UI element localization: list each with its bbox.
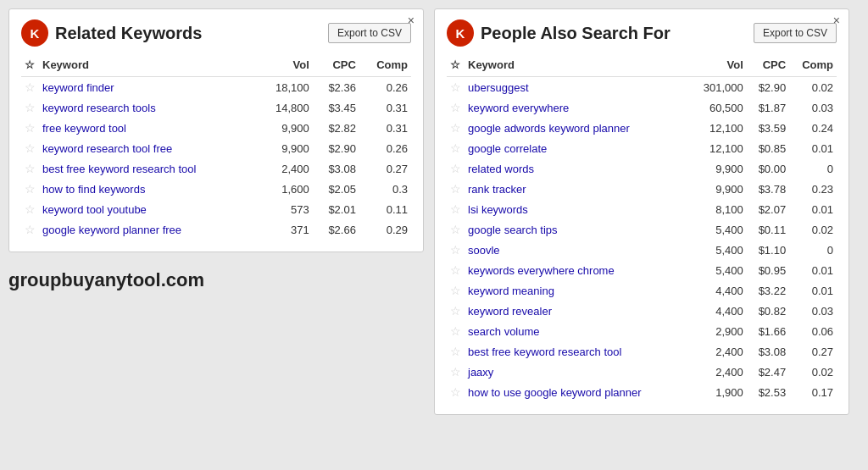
star-cell[interactable]: ☆	[447, 382, 465, 402]
vol-cell: 301,000	[688, 77, 746, 98]
comp-cell: 0.01	[789, 260, 837, 280]
cpc-cell: $0.82	[747, 301, 789, 321]
col-star-left: ☆	[21, 55, 39, 77]
comp-cell: 0.01	[789, 199, 837, 219]
star-cell[interactable]: ☆	[447, 77, 465, 98]
comp-cell: 0.26	[359, 77, 411, 98]
keyword-cell[interactable]: free keyword tool	[39, 118, 258, 138]
star-cell[interactable]: ☆	[21, 138, 39, 158]
star-cell[interactable]: ☆	[21, 77, 39, 98]
cpc-cell: $2.07	[747, 199, 789, 219]
keyword-cell[interactable]: google search tips	[465, 219, 688, 240]
star-cell[interactable]: ☆	[447, 219, 465, 240]
keyword-cell[interactable]: keywords everywhere chrome	[465, 260, 688, 280]
keyword-cell[interactable]: best free keyword research tool	[465, 341, 688, 362]
comp-cell: 0.3	[359, 179, 411, 199]
vol-cell: 2,400	[688, 362, 746, 382]
keyword-cell[interactable]: soovle	[465, 240, 688, 260]
vol-cell: 371	[258, 219, 313, 240]
star-cell[interactable]: ☆	[447, 97, 465, 118]
cpc-cell: $1.66	[747, 321, 789, 341]
comp-cell: 0	[789, 240, 837, 260]
star-cell[interactable]: ☆	[447, 199, 465, 219]
col-star-right: ☆	[447, 55, 465, 77]
vol-cell: 60,500	[688, 97, 746, 118]
star-cell[interactable]: ☆	[447, 280, 465, 301]
title-group-left: K Related Keywords	[21, 19, 202, 47]
col-vol-left: Vol	[258, 55, 313, 77]
keyword-cell[interactable]: how to find keywords	[39, 179, 258, 199]
star-cell[interactable]: ☆	[447, 321, 465, 341]
keyword-cell[interactable]: search volume	[465, 321, 688, 341]
comp-cell: 0.31	[359, 118, 411, 138]
table-row: ☆ keywords everywhere chrome 5,400 $0.95…	[447, 260, 837, 280]
k-logo-right: K	[447, 19, 474, 47]
cpc-cell: $2.66	[313, 219, 359, 240]
cpc-cell: $2.05	[313, 179, 359, 199]
keyword-cell[interactable]: keyword everywhere	[465, 97, 688, 118]
star-cell[interactable]: ☆	[447, 341, 465, 362]
star-cell[interactable]: ☆	[21, 158, 39, 179]
star-cell[interactable]: ☆	[21, 97, 39, 118]
vol-cell: 9,900	[688, 158, 746, 179]
keyword-cell[interactable]: keyword meaning	[465, 280, 688, 301]
star-cell[interactable]: ☆	[447, 260, 465, 280]
vol-cell: 9,900	[258, 138, 313, 158]
cpc-cell: $0.85	[747, 138, 789, 158]
keyword-cell[interactable]: keyword research tools	[39, 97, 258, 118]
vol-cell: 2,900	[688, 321, 746, 341]
star-cell[interactable]: ☆	[447, 240, 465, 260]
star-cell[interactable]: ☆	[21, 179, 39, 199]
comp-cell: 0.06	[789, 321, 837, 341]
vol-cell: 1,900	[688, 382, 746, 402]
cpc-cell: $3.22	[747, 280, 789, 301]
star-cell[interactable]: ☆	[447, 118, 465, 138]
col-keyword-left: Keyword	[39, 55, 258, 77]
keyword-cell[interactable]: keyword research tool free	[39, 138, 258, 158]
star-cell[interactable]: ☆	[21, 118, 39, 138]
panels-wrapper: × K Related Keywords Export to CSV ☆ Key…	[8, 8, 849, 415]
star-cell[interactable]: ☆	[447, 138, 465, 158]
vol-cell: 12,100	[688, 138, 746, 158]
comp-cell: 0.31	[359, 97, 411, 118]
star-cell[interactable]: ☆	[447, 362, 465, 382]
comp-cell: 0.03	[789, 97, 837, 118]
keyword-cell[interactable]: how to use google keyword planner	[465, 382, 688, 402]
comp-cell: 0.11	[359, 199, 411, 219]
vol-cell: 12,100	[688, 118, 746, 138]
keyword-cell[interactable]: jaaxy	[465, 362, 688, 382]
col-comp-right: Comp	[789, 55, 837, 77]
star-cell[interactable]: ☆	[21, 199, 39, 219]
comp-cell: 0	[789, 158, 837, 179]
cpc-cell: $2.53	[747, 382, 789, 402]
star-cell[interactable]: ☆	[447, 158, 465, 179]
comp-cell: 0.24	[789, 118, 837, 138]
close-button-right[interactable]: ×	[833, 14, 840, 26]
related-keywords-table: ☆ Keyword Vol CPC Comp ☆ keyword finder …	[21, 55, 411, 240]
table-row: ☆ google correlate 12,100 $0.85 0.01	[447, 138, 837, 158]
table-row: ☆ lsi keywords 8,100 $2.07 0.01	[447, 199, 837, 219]
keyword-cell[interactable]: related words	[465, 158, 688, 179]
keyword-cell[interactable]: best free keyword research tool	[39, 158, 258, 179]
table-row: ☆ jaaxy 2,400 $2.47 0.02	[447, 362, 837, 382]
export-csv-button-right[interactable]: Export to CSV	[754, 23, 837, 43]
keyword-cell[interactable]: keyword revealer	[465, 301, 688, 321]
keyword-cell[interactable]: lsi keywords	[465, 199, 688, 219]
keyword-cell[interactable]: keyword finder	[39, 77, 258, 98]
keyword-cell[interactable]: google adwords keyword planner	[465, 118, 688, 138]
keyword-cell[interactable]: rank tracker	[465, 179, 688, 199]
keyword-cell[interactable]: keyword tool youtube	[39, 199, 258, 219]
table-row: ☆ keyword finder 18,100 $2.36 0.26	[21, 77, 411, 98]
star-cell[interactable]: ☆	[447, 179, 465, 199]
keyword-cell[interactable]: ubersuggest	[465, 77, 688, 98]
close-button-left[interactable]: ×	[408, 14, 415, 26]
star-cell[interactable]: ☆	[21, 219, 39, 240]
export-csv-button-left[interactable]: Export to CSV	[328, 23, 411, 43]
cpc-cell: $2.36	[313, 77, 359, 98]
table-row: ☆ best free keyword research tool 2,400 …	[21, 158, 411, 179]
star-cell[interactable]: ☆	[447, 301, 465, 321]
table-row: ☆ keyword research tool free 9,900 $2.90…	[21, 138, 411, 158]
keyword-cell[interactable]: google correlate	[465, 138, 688, 158]
keyword-cell[interactable]: google keyword planner free	[39, 219, 258, 240]
cpc-cell: $2.90	[313, 138, 359, 158]
